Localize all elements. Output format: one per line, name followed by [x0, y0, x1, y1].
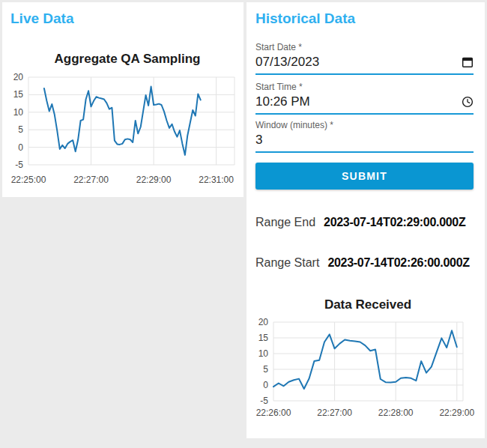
start-time-label: Start Time * [255, 82, 474, 92]
window-minutes-input[interactable] [255, 133, 474, 148]
range-end-label: Range End [255, 216, 315, 229]
svg-text:22:26:00: 22:26:00 [256, 408, 291, 418]
svg-text:22:31:00: 22:31:00 [199, 175, 234, 185]
start-time-field: Start Time * [255, 82, 474, 115]
svg-text:0: 0 [263, 380, 268, 390]
range-end-value: 2023-07-14T02:29:00.000Z [324, 216, 465, 229]
submit-button[interactable]: SUBMIT [255, 163, 474, 190]
svg-text:10: 10 [258, 348, 269, 359]
start-time-input[interactable] [255, 94, 462, 109]
window-minutes-field: Window (minutes) * [255, 120, 474, 153]
svg-text:10: 10 [13, 107, 24, 118]
live-data-title: Live Data [10, 10, 73, 27]
range-start-label: Range Start [255, 256, 319, 270]
historical-data-title: Historical Data [255, 10, 355, 27]
svg-text:22:28:00: 22:28:00 [378, 408, 414, 418]
svg-text:22:27:00: 22:27:00 [317, 408, 352, 418]
live-chart: 20151050-522:25:0022:27:0022:29:0022:31:… [2, 2, 244, 197]
svg-text:22:25:00: 22:25:00 [11, 175, 46, 185]
svg-text:-5: -5 [15, 160, 23, 170]
svg-text:20: 20 [258, 317, 269, 327]
start-date-input[interactable] [255, 55, 462, 70]
svg-text:22:29:00: 22:29:00 [439, 408, 474, 418]
historical-data-panel: 20151050-522:26:0022:27:0022:28:0022:29:… [246, 2, 485, 438]
calendar-icon[interactable] [462, 56, 474, 68]
svg-text:22:27:00: 22:27:00 [73, 175, 109, 185]
range-end-row: Range End 2023-07-14T02:29:00.000Z [255, 216, 465, 229]
svg-text:0: 0 [18, 142, 23, 153]
svg-text:-5: -5 [260, 396, 268, 406]
svg-text:22:29:00: 22:29:00 [136, 175, 172, 185]
start-date-field: Start Date * [255, 42, 474, 75]
start-date-label: Start Date * [255, 42, 474, 52]
range-start-value: 2023-07-14T02:26:00.000Z [327, 256, 469, 270]
svg-text:Aggregate QA Sampling: Aggregate QA Sampling [55, 52, 201, 66]
svg-text:15: 15 [13, 89, 24, 100]
svg-text:5: 5 [263, 364, 268, 375]
range-start-row: Range Start 2023-07-14T02:26:00.000Z [255, 256, 470, 270]
live-data-panel: Live Data 20151050-522:25:0022:27:0022:2… [2, 2, 244, 197]
window-minutes-label: Window (minutes) * [255, 120, 474, 130]
svg-text:5: 5 [18, 124, 23, 135]
svg-text:Data Received: Data Received [324, 297, 411, 312]
svg-text:20: 20 [13, 72, 24, 82]
clock-icon[interactable] [462, 96, 474, 108]
svg-text:15: 15 [258, 333, 269, 343]
